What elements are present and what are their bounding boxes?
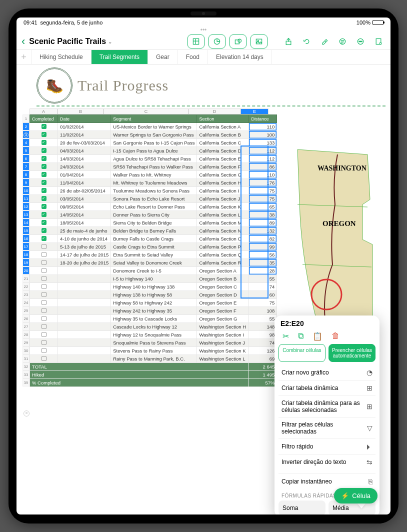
checkbox[interactable] [42,124,46,129]
table-row[interactable]: 09/05/2014Echo Lake Resort to Donner Pas… [30,203,277,211]
checkbox[interactable] [42,180,46,185]
checkbox[interactable] [42,332,46,337]
popover-action[interactable]: Filtro rápido⏵ [278,438,376,454]
checkbox[interactable] [42,164,46,169]
checkbox[interactable] [42,292,46,297]
add-sheet-button[interactable]: + [16,50,32,64]
table-row[interactable]: Snoqualmie Pass to Stevens PassWashingto… [30,339,277,347]
checkbox[interactable] [42,188,46,193]
table-row[interactable]: Rainy Pass to Manning Park, B.C.Washingt… [30,355,277,363]
col-header-D[interactable]: D [188,108,240,114]
checkbox[interactable] [42,132,46,137]
table-row[interactable]: 26 de abr-02/05/2014Tuolumne Meadows to … [30,187,277,195]
table-row[interactable]: 24/03/2014SR58 Tehachapi Pass to Walker … [30,163,277,171]
table-row[interactable]: 14-17 de julho de 2015Etna Summit to Sei… [30,251,277,259]
checkbox[interactable] [42,228,46,233]
table-row[interactable]: Donomore Creek to I-5Oregon Section A28 [30,267,277,275]
header-completed[interactable]: Completed [30,115,58,123]
organize-button[interactable] [336,34,350,48]
checkbox[interactable] [42,220,46,225]
table-row[interactable]: Highway 58 to Highway 242Oregon Section … [30,299,277,307]
checkbox[interactable] [42,348,46,353]
document-title[interactable]: Scenic Pacific Trails ⌄ [29,37,112,46]
table-row[interactable]: Highway 12 to Snoqualmie PassWashington … [30,331,277,339]
popover-action[interactable]: Copiar instantâneo⎘ [278,474,376,489]
table-corner-handle[interactable] [24,132,28,138]
row-ruler[interactable]: 1234567891011121314151617181920212223242… [22,114,30,387]
col-header-B[interactable]: B [58,108,104,114]
col-header-A[interactable]: A [30,108,58,114]
table-row[interactable]: 11/04/2014Mt. Whitney to Tuolumne Meadow… [30,179,277,187]
table-row[interactable]: 03/05/2014Sonora Pass to Echo Lake Resor… [30,195,277,203]
sheet-tab[interactable]: Elevation 14 days [208,50,272,64]
insert-media-button[interactable] [250,34,268,48]
more-button[interactable] [354,34,368,48]
table-row[interactable]: 04/03/2014I-15 Cajon Pass to Agua DulceC… [30,147,277,155]
formula-sum-button[interactable]: Soma [278,500,326,514]
table-row[interactable]: 25 de maio-4 de junhoBelden Bridge to Bu… [30,227,277,235]
table-row[interactable]: 14/05/2014Donner Pass to Sierra CityCali… [30,211,277,219]
header-date[interactable]: Date [58,115,111,123]
checkbox[interactable] [42,140,46,145]
undo-button[interactable] [300,34,314,48]
sheet-tab[interactable]: Food [178,50,208,64]
insert-shape-button[interactable] [230,34,246,48]
format-brush-button[interactable] [318,34,332,48]
table-row[interactable]: 5-13 de julho de 2015Castle Crags to Etn… [30,243,277,251]
table-row[interactable]: 18-20 de julho de 2015Seiad Valley to Do… [30,259,277,267]
table-row[interactable]: 18/05/2014Sierra City to Belden BridgeCa… [30,219,277,227]
checkbox[interactable] [42,172,46,177]
table-row[interactable]: Highway 138 to Highway 58Oregon Section … [30,291,277,299]
table-row[interactable]: 01/04/2014Walker Pass to Mt. WhitneyCali… [30,171,277,179]
spreadsheet-table[interactable]: Completed Date Segment Section Distance … [30,114,277,387]
checkbox[interactable] [42,356,46,361]
checkbox[interactable] [42,316,46,321]
table-row[interactable]: 4-10 de junho de 2014Burney Falls to Cas… [30,235,277,243]
table-row[interactable]: Highway 35 to Cascade LocksOregon Sectio… [30,315,277,323]
share-button[interactable] [282,34,296,48]
table-row[interactable]: 20 de fev-03/03/2014San Gorgonio Pass to… [30,139,277,147]
table-row[interactable]: 01/02/2014US-Mexico Border to Warner Spr… [30,123,277,131]
insert-table-button[interactable] [188,34,204,48]
checkbox[interactable] [42,156,46,161]
table-row[interactable]: Cascade Locks to Highway 12Washington Se… [30,323,277,331]
sheet-tab[interactable]: Hiking Schedule [32,50,92,64]
col-header-C[interactable]: C [104,108,188,114]
popover-action[interactable]: Criar tabela dinâmica⊞ [278,380,376,396]
checkbox[interactable] [42,196,46,201]
checkbox[interactable] [42,324,46,329]
autofill-button[interactable]: Preencher células automaticamente [328,344,376,362]
insert-chart-button[interactable] [208,34,226,48]
checkbox[interactable] [42,300,46,305]
checkbox[interactable] [42,268,46,273]
popover-action[interactable]: Inverter direção do texto⇆ [278,454,376,470]
checkbox[interactable] [42,260,46,265]
new-note-button[interactable] [372,34,386,48]
merge-cells-button[interactable]: Combinar células [278,344,326,362]
checkbox[interactable] [42,212,46,217]
table-row[interactable]: Stevens Pass to Rainy PassWashington Sec… [30,347,277,355]
header-distance[interactable]: Distance [249,115,277,123]
multitask-handle-icon[interactable]: ••• [16,26,390,32]
popover-action[interactable]: Criar tabela dinâmica para as células se… [278,396,376,417]
checkbox[interactable] [42,236,46,241]
table-row[interactable]: Highway 140 to Highway 138Oregon Section… [30,283,277,291]
checkbox[interactable] [42,340,46,345]
table-row[interactable]: 11/02/2014Warner Springs to San Gorgonio… [30,131,277,139]
checkbox[interactable] [42,284,46,289]
header-section[interactable]: Section [197,115,249,123]
table-row[interactable]: I-5 to Highway 140Oregon Section B55 [30,275,277,283]
table-row[interactable]: 14/03/2014Agua Dulce to SR58 Tehachapi P… [30,155,277,163]
back-button[interactable]: ‹ [22,35,25,48]
header-segment[interactable]: Segment [111,115,197,123]
checkbox[interactable] [42,308,46,313]
copy-icon[interactable]: ⧉ [298,332,304,341]
canvas[interactable]: 🥾 Trail Progress A B C D E 1234567891011… [16,64,390,514]
checkbox[interactable] [42,252,46,257]
checkbox[interactable] [42,148,46,153]
column-ruler[interactable]: A B C D E [30,108,390,114]
checkbox[interactable] [42,244,46,249]
sheet-tab[interactable]: Gear [148,50,178,64]
checkbox[interactable] [42,204,46,209]
sheet-tab[interactable]: Trail Segments [92,50,148,64]
